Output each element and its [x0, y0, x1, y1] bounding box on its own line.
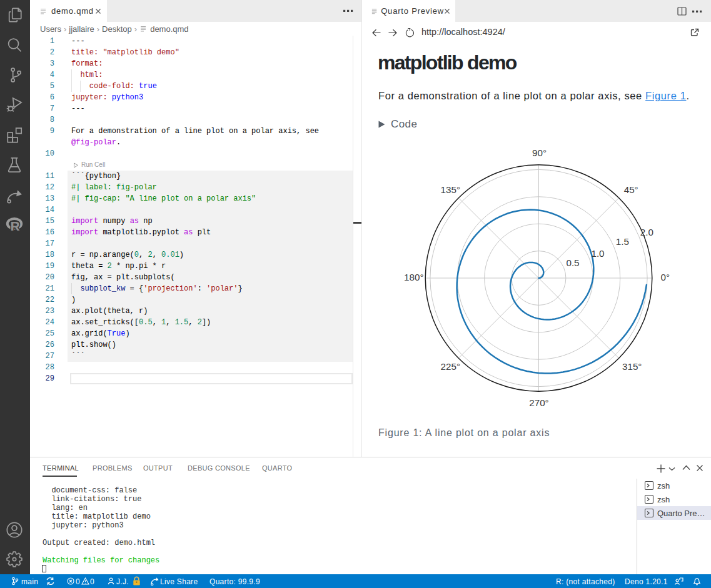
svg-text:180°: 180°: [404, 272, 423, 282]
svg-text:315°: 315°: [622, 361, 642, 372]
svg-text:0.5: 0.5: [566, 257, 579, 268]
svg-text:270°: 270°: [529, 397, 548, 408]
svg-text:2.0: 2.0: [640, 227, 653, 237]
svg-text:1.5: 1.5: [616, 236, 629, 247]
svg-text:135°: 135°: [441, 184, 460, 195]
svg-text:45°: 45°: [624, 184, 638, 195]
svg-text:1.0: 1.0: [591, 248, 604, 259]
svg-text:225°: 225°: [441, 361, 460, 372]
svg-text:R: R: [11, 219, 20, 233]
svg-text:90°: 90°: [532, 147, 547, 158]
svg-text:0°: 0°: [661, 272, 670, 282]
